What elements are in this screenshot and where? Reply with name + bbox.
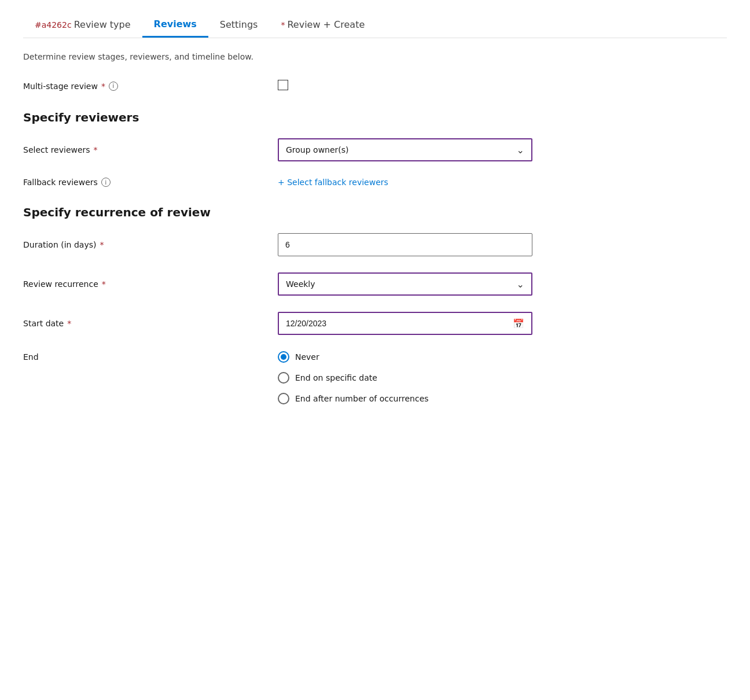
- tab-reviews[interactable]: Reviews: [142, 12, 208, 38]
- review-recurrence-row: Review recurrence * Weekly ⌄: [23, 272, 727, 296]
- select-reviewers-dropdown[interactable]: Group owner(s) ⌄: [278, 138, 532, 161]
- multi-stage-label-text: Multi-stage review: [23, 82, 98, 91]
- end-label: End: [23, 351, 278, 362]
- page-description: Determine review stages, reviewers, and …: [23, 52, 727, 61]
- fallback-reviewers-label: Fallback reviewers i: [23, 178, 278, 187]
- end-occurrences-radio[interactable]: [278, 393, 289, 404]
- start-date-control: 📅: [278, 312, 727, 335]
- required-star-reviewers: *: [94, 145, 98, 154]
- end-never-label: Never: [295, 352, 319, 362]
- tab-review-type[interactable]: #a4262c Review type: [23, 12, 142, 37]
- end-control: Never End on specific date End after num…: [278, 351, 727, 404]
- tab-review-type-label: Review type: [74, 19, 131, 30]
- specify-recurrence-heading: Specify recurrence of review: [23, 205, 727, 219]
- start-date-input[interactable]: [286, 319, 513, 328]
- required-star-recurrence: *: [102, 279, 106, 289]
- select-reviewers-label-text: Select reviewers: [23, 145, 90, 154]
- multi-stage-label: Multi-stage review * i: [23, 82, 278, 91]
- multi-stage-row: Multi-stage review * i: [23, 80, 727, 92]
- multi-stage-checkbox[interactable]: [278, 80, 288, 90]
- select-reviewers-label: Select reviewers *: [23, 145, 278, 154]
- end-label-text: End: [23, 352, 39, 362]
- end-specific-date-radio[interactable]: [278, 372, 289, 384]
- required-star-review-create: *: [281, 20, 285, 30]
- start-date-wrapper: 📅: [278, 312, 532, 335]
- end-occurrences-label: End after number of occurrences: [295, 394, 429, 403]
- fallback-reviewers-row: Fallback reviewers i + Select fallback r…: [23, 178, 727, 187]
- select-reviewers-control: Group owner(s) ⌄: [278, 138, 727, 161]
- review-recurrence-control: Weekly ⌄: [278, 272, 727, 296]
- required-star-review-type: #a4262c: [35, 20, 72, 30]
- duration-label: Duration (in days) *: [23, 240, 278, 249]
- start-date-label-text: Start date: [23, 319, 64, 328]
- select-reviewers-value: Group owner(s): [286, 145, 349, 154]
- select-fallback-reviewers-link[interactable]: + Select fallback reviewers: [278, 178, 388, 187]
- duration-control: [278, 233, 727, 256]
- tab-review-create-label: Review + Create: [287, 19, 365, 30]
- start-date-row: Start date * 📅: [23, 312, 727, 335]
- page-container: #a4262c Review type Reviews Settings * R…: [0, 0, 750, 432]
- required-star-start-date: *: [67, 319, 71, 328]
- select-reviewers-row: Select reviewers * Group owner(s) ⌄: [23, 138, 727, 161]
- duration-row: Duration (in days) *: [23, 233, 727, 256]
- end-specific-date-label: End on specific date: [295, 373, 377, 382]
- end-never-option[interactable]: Never: [278, 351, 727, 363]
- duration-label-text: Duration (in days): [23, 240, 96, 249]
- fallback-reviewers-control: + Select fallback reviewers: [278, 178, 727, 187]
- calendar-icon[interactable]: 📅: [513, 318, 524, 329]
- review-recurrence-label: Review recurrence *: [23, 279, 278, 289]
- end-radio-group: Never End on specific date End after num…: [278, 351, 727, 404]
- duration-input[interactable]: [278, 233, 532, 256]
- nav-tabs: #a4262c Review type Reviews Settings * R…: [23, 12, 727, 38]
- end-never-radio[interactable]: [278, 351, 289, 363]
- end-row: End Never End on specific date End afte: [23, 351, 727, 404]
- tab-settings[interactable]: Settings: [208, 12, 270, 37]
- review-recurrence-chevron-icon: ⌄: [517, 279, 524, 290]
- end-occurrences-option[interactable]: End after number of occurrences: [278, 393, 727, 404]
- select-reviewers-chevron-icon: ⌄: [517, 145, 524, 156]
- start-date-label: Start date *: [23, 319, 278, 328]
- multi-stage-control: [278, 80, 727, 92]
- review-recurrence-dropdown[interactable]: Weekly ⌄: [278, 272, 532, 296]
- tab-settings-label: Settings: [220, 19, 258, 30]
- required-star-multi-stage: *: [101, 82, 105, 91]
- review-recurrence-value: Weekly: [286, 279, 315, 289]
- specify-reviewers-heading: Specify reviewers: [23, 110, 727, 124]
- tab-reviews-label: Reviews: [154, 19, 197, 30]
- tab-review-create[interactable]: * Review + Create: [269, 12, 376, 37]
- required-star-duration: *: [100, 240, 104, 249]
- review-recurrence-label-text: Review recurrence: [23, 279, 98, 289]
- multi-stage-info-icon[interactable]: i: [109, 82, 118, 91]
- end-specific-date-option[interactable]: End on specific date: [278, 372, 727, 384]
- fallback-reviewers-label-text: Fallback reviewers: [23, 178, 98, 187]
- fallback-reviewers-info-icon[interactable]: i: [101, 178, 111, 187]
